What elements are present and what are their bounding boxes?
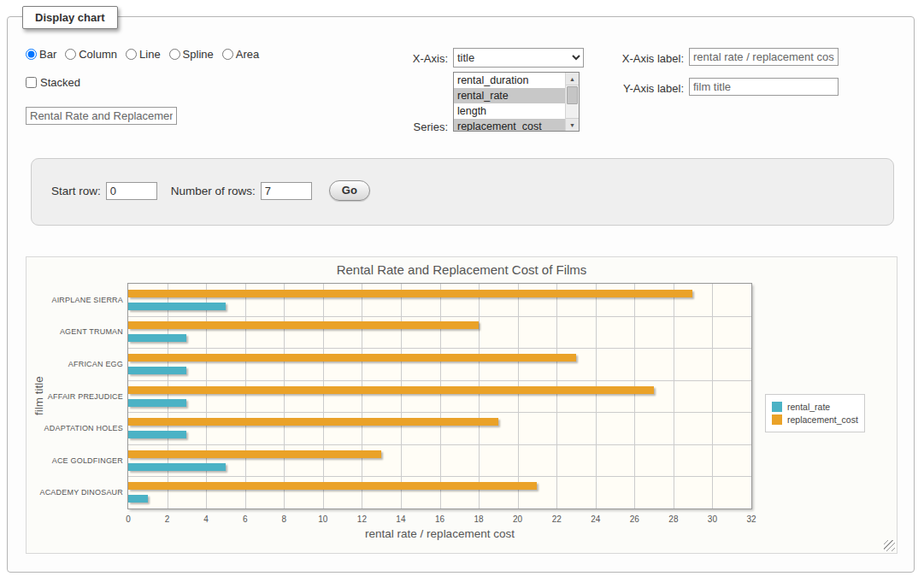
category-label: ACADEMY DINOSAUR bbox=[29, 488, 123, 497]
bar-replacement_cost bbox=[128, 354, 576, 362]
series-listbox[interactable]: rental_durationrental_ratelengthreplacem… bbox=[453, 72, 580, 132]
chart-type-radio-column[interactable] bbox=[65, 49, 76, 60]
x-tick-label: 8 bbox=[267, 514, 301, 524]
x-tick-label: 22 bbox=[539, 514, 574, 524]
v-gridline bbox=[712, 284, 713, 509]
x-axis-label-input[interactable] bbox=[689, 48, 839, 66]
chart-type-line[interactable]: Line bbox=[126, 48, 161, 61]
series-option-rental_duration[interactable]: rental_duration bbox=[454, 73, 566, 88]
chart-legend: rental_ratereplacement_cost bbox=[765, 394, 865, 432]
legend-label: replacement_cost bbox=[787, 414, 858, 425]
v-gridline bbox=[284, 284, 285, 509]
legend-entry-rental_rate: rental_rate bbox=[772, 402, 858, 412]
x-tick-label: 2 bbox=[150, 514, 185, 524]
bar-replacement_cost bbox=[128, 386, 654, 394]
category-label: AGENT TRUMAN bbox=[29, 327, 123, 336]
v-gridline bbox=[362, 284, 362, 509]
v-gridline bbox=[323, 284, 324, 509]
y-axis-label-input[interactable] bbox=[689, 78, 839, 96]
v-gridline bbox=[168, 284, 168, 509]
num-rows-input[interactable] bbox=[261, 182, 312, 200]
chart-type-bar[interactable]: Bar bbox=[26, 48, 56, 61]
chart-type-label: Area bbox=[236, 48, 259, 61]
x-tick-label: 14 bbox=[384, 514, 418, 524]
chart-type-radio-line[interactable] bbox=[126, 49, 137, 60]
x-tick-label: 6 bbox=[228, 514, 262, 524]
chart-title-input[interactable] bbox=[26, 107, 177, 125]
fieldset-legend: Display chart bbox=[22, 6, 118, 29]
x-tick-label: 4 bbox=[189, 514, 223, 524]
num-rows-label: Number of rows: bbox=[171, 185, 256, 197]
bar-rental_rate bbox=[128, 463, 226, 471]
category-label: AIRPLANE SIERRA bbox=[29, 296, 123, 304]
chart-type-label: Spline bbox=[183, 48, 214, 61]
y-axis-label-label: Y-Axis label: bbox=[557, 82, 684, 95]
go-button[interactable]: Go bbox=[329, 180, 370, 201]
x-tick-label: 16 bbox=[423, 514, 457, 524]
chart-type-radio-bar[interactable] bbox=[26, 49, 37, 60]
v-gridline bbox=[634, 284, 635, 509]
legend-entry-replacement_cost: replacement_cost bbox=[772, 414, 858, 425]
chart-type-label: Bar bbox=[39, 48, 56, 61]
h-gridline bbox=[128, 412, 751, 413]
x-tick-label: 30 bbox=[695, 514, 729, 524]
bar-replacement_cost bbox=[128, 418, 498, 426]
v-gridline bbox=[245, 284, 246, 509]
bar-rental_rate bbox=[128, 399, 186, 407]
x-axis-select-label: X-Axis: bbox=[359, 52, 448, 65]
legend-label: rental_rate bbox=[787, 402, 830, 412]
v-gridline bbox=[440, 284, 441, 509]
v-gridline bbox=[206, 284, 207, 509]
stacked-label: Stacked bbox=[40, 76, 80, 89]
bar-rental_rate bbox=[128, 367, 186, 374]
chart-type-spline[interactable]: Spline bbox=[169, 48, 214, 61]
v-gridline bbox=[518, 284, 519, 509]
category-label: ADAPTATION HOLES bbox=[29, 424, 123, 432]
h-gridline bbox=[128, 380, 751, 381]
chart-type-area[interactable]: Area bbox=[222, 48, 259, 61]
chart-title: Rental Rate and Replacement Cost of Film… bbox=[26, 262, 897, 277]
chart-widget: Rental Rate and Replacement Cost of Film… bbox=[26, 256, 898, 554]
x-tick-label: 26 bbox=[617, 514, 651, 524]
v-gridline bbox=[596, 284, 597, 509]
series-option-replacement_cost[interactable]: replacement_cost bbox=[454, 119, 566, 132]
category-label: ACE GOLDFINGER bbox=[29, 456, 123, 465]
bar-replacement_cost bbox=[128, 290, 692, 297]
h-gridline bbox=[128, 444, 751, 445]
bar-rental_rate bbox=[128, 334, 186, 342]
x-tick-label: 10 bbox=[306, 514, 340, 524]
chart-type-label: Column bbox=[79, 48, 117, 61]
bar-replacement_cost bbox=[128, 482, 537, 490]
start-row-label: Start row: bbox=[51, 185, 101, 197]
x-tick-label: 28 bbox=[656, 514, 691, 524]
series-option-rental_rate[interactable]: rental_rate bbox=[454, 88, 566, 103]
x-tick-label: 0 bbox=[111, 514, 145, 524]
chart-type-radio-area[interactable] bbox=[222, 49, 233, 60]
bar-rental_rate bbox=[128, 495, 148, 503]
series-list-label: Series: bbox=[359, 121, 448, 133]
legend-swatch-icon bbox=[772, 402, 782, 412]
category-label: AFRICAN EGG bbox=[29, 360, 123, 368]
v-gridline bbox=[479, 284, 480, 509]
v-gridline bbox=[401, 284, 402, 509]
x-axis-label-label: X-Axis label: bbox=[557, 52, 684, 65]
bar-replacement_cost bbox=[128, 321, 479, 329]
bar-replacement_cost bbox=[128, 450, 381, 458]
chart-type-column[interactable]: Column bbox=[65, 48, 117, 61]
bar-rental_rate bbox=[128, 303, 226, 310]
v-gridline bbox=[556, 284, 557, 509]
bar-rental_rate bbox=[128, 431, 186, 438]
start-row-input[interactable] bbox=[106, 182, 157, 200]
chart-type-label: Line bbox=[139, 48, 161, 61]
stacked-option[interactable]: Stacked bbox=[26, 74, 80, 90]
x-tick-label: 20 bbox=[501, 514, 535, 524]
x-axis-title: rental rate / replacement cost bbox=[128, 527, 751, 540]
rows-controls: Start row: Number of rows: Go bbox=[51, 180, 370, 201]
stacked-checkbox[interactable] bbox=[26, 77, 37, 88]
x-tick-label: 24 bbox=[579, 514, 613, 524]
category-label: AFFAIR PREJUDICE bbox=[29, 392, 123, 401]
resize-handle-icon[interactable] bbox=[884, 540, 895, 551]
series-option-length[interactable]: length bbox=[454, 103, 566, 119]
chart-type-radio-spline[interactable] bbox=[169, 49, 180, 60]
scroll-down-icon[interactable]: ▼ bbox=[566, 118, 579, 131]
